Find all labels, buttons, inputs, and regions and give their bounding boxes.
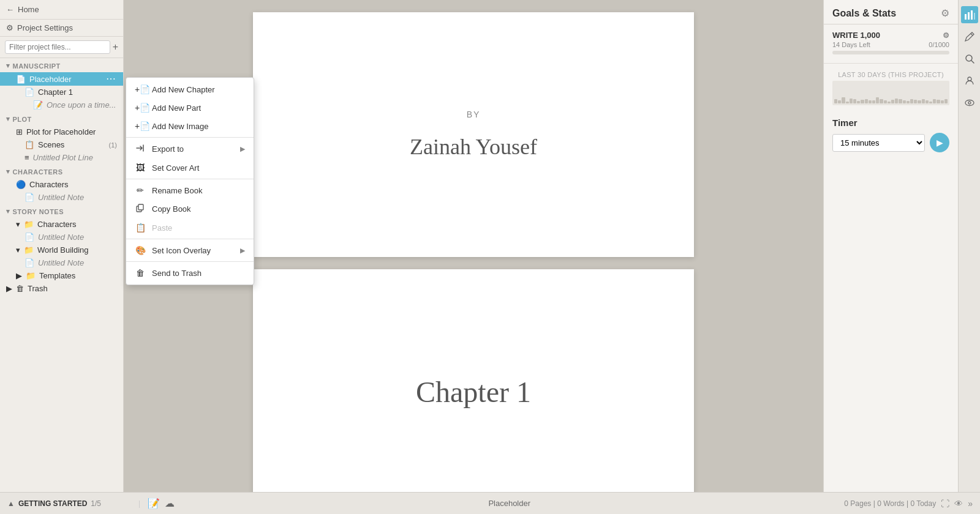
ctx-set-cover-art[interactable]: 🖼 Set Cover Art [126, 158, 254, 177]
svg-point-9 [968, 102, 971, 104]
timer-duration-select[interactable]: 15 minutes 5 minutes 10 minutes 20 minut… [832, 134, 925, 152]
bar-16 [895, 99, 898, 103]
sidebar-item-world-building[interactable]: ▾ 📁 World Building [0, 244, 123, 256]
getting-started-section[interactable]: ▲ GETTING STARTED 1/5 [7, 499, 131, 508]
ctx-set-icon-overlay[interactable]: 🎨 Set Icon Overlay ▶ [126, 241, 254, 259]
icon-bar-eye-btn[interactable] [961, 94, 978, 111]
icon-bar-stats-btn[interactable] [961, 6, 978, 23]
bar-12 [880, 99, 883, 103]
project-settings-label: Project Settings [17, 23, 73, 32]
sidebar-item-trash[interactable]: ▶ 🗑 Trash [0, 282, 123, 295]
ctx-paste[interactable]: 📋 Paste [126, 218, 254, 237]
bar-28 [941, 100, 944, 103]
manuscript-section-header[interactable]: ▾ MANUSCRIPT [0, 58, 123, 72]
ctx-add-image-icon: +📄 [135, 121, 146, 131]
bar-5 [853, 99, 856, 103]
bar-4 [850, 99, 853, 104]
ctx-rename-book[interactable]: ✏ Rename Book [126, 181, 254, 199]
sidebar-item-untitled-note[interactable]: 📄 Untitled Note [0, 191, 123, 204]
ctx-send-to-trash[interactable]: 🗑 Send to Trash [126, 264, 254, 282]
characters-folder-icon: 📁 [24, 220, 34, 229]
bar-13 [884, 100, 887, 103]
bottom-bar-center: Placeholder [182, 499, 837, 508]
bottom-compose-btn[interactable]: 📝 [148, 497, 160, 509]
ctx-add-chapter-label: Add New Chapter [152, 85, 215, 94]
last30-section: LAST 30 DAYS (THIS PROJECT) [824, 64, 958, 110]
svg-rect-5 [974, 13, 975, 20]
sidebar-item-untitled-note-3[interactable]: 📄 Untitled Note [0, 256, 123, 269]
bar-15 [891, 100, 894, 103]
untitled-note-2-icon: 📄 [24, 233, 34, 242]
ctx-export-label: Export to [152, 144, 184, 154]
sidebar-item-scenes[interactable]: 📋 Scenes (1) [0, 138, 123, 151]
filter-input[interactable] [5, 40, 110, 54]
icon-bar-search-btn[interactable] [961, 50, 978, 67]
home-arrow-icon: ← [6, 5, 14, 14]
plot-section-header[interactable]: ▾ PLOT [0, 111, 123, 125]
context-menu: +📄 Add New Chapter +📄 Add New Part +📄 Ad… [126, 77, 254, 285]
sidebar-item-placeholder[interactable]: 📄 Placeholder ⋯ [0, 72, 123, 86]
preview-icon[interactable]: 👁 [954, 499, 963, 508]
trash-label: Trash [28, 284, 117, 293]
collapse-icon[interactable]: » [968, 499, 973, 508]
bar-10 [872, 100, 875, 103]
trash-icon: 🗑 [16, 284, 24, 293]
world-building-label: World Building [37, 245, 117, 255]
sidebar-item-templates[interactable]: ▶ 📁 Templates [0, 269, 123, 282]
timer-control: 15 minutes 5 minutes 10 minutes 20 minut… [832, 133, 949, 152]
story-notes-section-header[interactable]: ▾ STORY NOTES [0, 204, 123, 218]
world-building-icon: 📁 [24, 245, 34, 255]
gear-icon[interactable]: ⚙ [941, 7, 949, 19]
sidebar-item-plot[interactable]: ⊞ Plot for Placeholder [0, 125, 123, 138]
templates-label: Templates [39, 271, 117, 280]
sidebar-item-characters[interactable]: 🔵 Characters [0, 178, 123, 191]
bar-18 [903, 100, 906, 103]
sidebar-item-chapter1-text[interactable]: 📝 Once upon a time... [0, 99, 123, 111]
characters-folder-label: Characters [37, 220, 117, 229]
icon-bar-people-btn[interactable] [961, 72, 978, 89]
ctx-export-to[interactable]: Export to ▶ [126, 140, 254, 158]
ctx-sep-1 [126, 137, 254, 138]
write-settings-icon[interactable]: ⚙ [943, 31, 949, 40]
ctx-add-part-label: Add New Part [152, 103, 201, 113]
sidebar-item-plot-line[interactable]: ≡ Untitled Plot Line [0, 151, 123, 164]
plot-line-label: Untitled Plot Line [33, 153, 117, 162]
ctx-add-new-image[interactable]: +📄 Add New Image [126, 117, 254, 135]
ctx-add-chapter-icon: +📄 [135, 84, 146, 94]
getting-started-label: GETTING STARTED [18, 499, 87, 508]
sidebar-item-untitled-note-2[interactable]: 📄 Untitled Note [0, 231, 123, 244]
svg-point-8 [965, 100, 974, 106]
goals-progress-bar [832, 51, 949, 54]
icon-bar-write-btn[interactable] [961, 28, 978, 45]
bar-2 [842, 97, 845, 103]
ctx-overlay-arrow: ▶ [240, 247, 245, 255]
add-file-button[interactable]: + [113, 42, 118, 52]
untitled-note-icon: 📄 [24, 193, 34, 202]
characters-caret-icon: ▾ [6, 168, 10, 176]
templates-caret: ▶ [16, 271, 22, 280]
chapter-page: Chapter 1 [253, 269, 694, 492]
sidebar-item-chapter1[interactable]: 📄 Chapter 1 [0, 86, 123, 99]
svg-rect-2 [965, 14, 967, 20]
goals-days-row: 14 Days Left 0/1000 [832, 41, 949, 48]
title-page: BY Zainah Yousef [253, 12, 694, 257]
ctx-copy-label: Copy Book [152, 204, 191, 214]
ctx-paste-icon: 📋 [135, 223, 146, 233]
ctx-add-new-part[interactable]: +📄 Add New Part [126, 99, 254, 117]
ctx-export-arrow: ▶ [240, 145, 245, 153]
characters-section-header[interactable]: ▾ CHARACTERS [0, 164, 123, 178]
project-settings-button[interactable]: ⚙ Project Settings [0, 20, 123, 37]
author-name: Zainah Yousef [410, 134, 537, 160]
home-button[interactable]: ← Home [0, 0, 123, 20]
ctx-copy-book[interactable]: Copy Book [126, 199, 254, 218]
placeholder-more-button[interactable]: ⋯ [105, 74, 117, 84]
ctx-add-new-chapter[interactable]: +📄 Add New Chapter [126, 80, 254, 99]
timer-play-button[interactable]: ▶ [930, 133, 949, 152]
fullscreen-icon[interactable]: ⛶ [941, 499, 949, 508]
bar-0 [834, 99, 837, 103]
bottom-cloud-btn[interactable]: ☁ [165, 497, 175, 509]
ctx-overlay-icon: 🎨 [135, 245, 146, 255]
right-panel-header: Goals & Stats ⚙ [824, 0, 958, 24]
sidebar-item-characters-folder[interactable]: ▾ 📁 Characters [0, 218, 123, 231]
bottom-bar: ▲ GETTING STARTED 1/5 | 📝 ☁ Placeholder … [0, 492, 980, 514]
